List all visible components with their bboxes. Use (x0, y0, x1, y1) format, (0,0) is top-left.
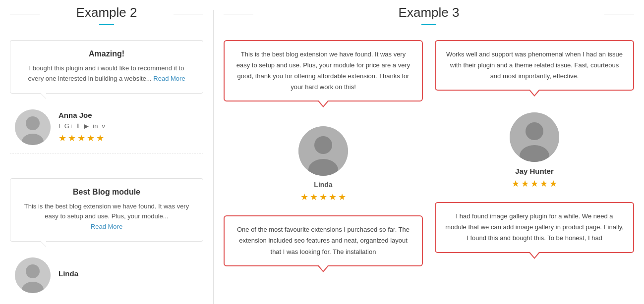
bubble-card-linda: This is the best blog extension we have … (224, 40, 423, 101)
reviewer-right-jay: Jay Hunter ★ ★ ★ ★ ★ (435, 105, 634, 194)
star-j1: ★ (512, 178, 520, 189)
bubble-text-2-right: I had found image gallery plugin for a w… (445, 212, 624, 242)
star-j2: ★ (521, 178, 529, 189)
example3-title: Example 3 (224, 5, 634, 20)
star-3: ★ (77, 133, 85, 144)
bubble-text-2-left: One of the most favourite extensions I p… (237, 226, 410, 255)
reviewer-details-linda2: Linda (59, 269, 198, 281)
review-text-best-blog: This is the best blog extension we have … (20, 202, 193, 232)
star-j4: ★ (540, 178, 548, 189)
example3-header: Example 3 (224, 5, 634, 25)
star-j3: ★ (530, 178, 538, 189)
reviewer-details-anna: Anna Joe f G+ 𝕥 ▶ in v ★ ★ ★ ★ ★ (59, 111, 198, 144)
review-text-amazing: I bought this plugin and i would like to… (20, 63, 193, 84)
bubble-card-2-left: One of the most favourite extensions I p… (224, 215, 423, 266)
star-j5: ★ (549, 178, 557, 189)
star-2: ★ (68, 133, 76, 144)
reviewer-info-linda: Linda (10, 250, 203, 301)
googleplus-icon: G+ (64, 122, 73, 130)
stars-jay: ★ ★ ★ ★ ★ (512, 178, 557, 189)
reviewer-center-linda: Linda ★ ★ ★ ★ ★ (224, 116, 423, 207)
svg-point-7 (314, 136, 332, 154)
review-card-amazing: Amazing! I bought this plugin and i woul… (10, 40, 203, 94)
star-l4: ★ (329, 192, 337, 203)
bubble-card-2-right: I had found image gallery plugin for a w… (435, 202, 634, 253)
star-l1: ★ (300, 192, 308, 203)
star-l2: ★ (310, 192, 318, 203)
star-l5: ★ (338, 192, 346, 203)
star-l3: ★ (319, 192, 327, 203)
avatar-center-linda (298, 126, 348, 176)
social-icons-anna: f G+ 𝕥 ▶ in v (59, 122, 198, 130)
avatar-right-jay (510, 112, 559, 162)
example3-grid: This is the best blog extension we have … (224, 40, 634, 266)
avatar-linda (15, 257, 51, 293)
youtube-icon: ▶ (84, 122, 89, 130)
bubble-card-jay: Works well and support was phenomenal wh… (435, 40, 634, 91)
example3-right-col: Works well and support was phenomenal wh… (435, 40, 634, 266)
stars-anna: ★ ★ ★ ★ ★ (59, 133, 198, 144)
read-more-link-amazing[interactable]: Read More (153, 75, 185, 82)
bubble-text-jay: Works well and support was phenomenal wh… (446, 51, 623, 80)
review-card-best-blog: Best Blog module This is the best blog e… (10, 178, 203, 242)
header3-line-right (604, 14, 634, 14)
header3-line-left (224, 14, 253, 14)
star-4: ★ (87, 133, 95, 144)
facebook-icon: f (59, 122, 60, 130)
header-line-left (10, 14, 40, 14)
review-title-best-blog: Best Blog module (20, 188, 193, 197)
star-5: ★ (96, 133, 104, 144)
vimeo-icon: v (102, 122, 105, 130)
reviewer-name-linda2: Linda (59, 269, 198, 278)
section-accent (99, 24, 114, 25)
star-1: ★ (59, 133, 66, 144)
svg-point-10 (526, 122, 543, 140)
review-title-amazing: Amazing! (20, 50, 193, 58)
reviewer-name-center-linda: Linda (314, 181, 332, 189)
linkedin-icon: in (93, 122, 98, 130)
example3-left-col: This is the best blog extension we have … (224, 40, 423, 266)
avatar-anna (15, 109, 51, 145)
svg-point-1 (26, 116, 40, 130)
reviewer-info-anna: Anna Joe f G+ 𝕥 ▶ in v ★ ★ ★ ★ ★ (10, 101, 203, 153)
reviewer-name-anna: Anna Joe (59, 111, 198, 119)
example2-header: Example 2 (10, 5, 203, 25)
stars-linda-center: ★ ★ ★ ★ ★ (300, 192, 346, 203)
reviewer-name-jay: Jay Hunter (515, 167, 554, 175)
header-line-right (174, 14, 203, 14)
read-more-link-best-blog[interactable]: Read More (91, 223, 122, 230)
bubble-text-linda: This is the best blog extension we have … (236, 51, 410, 91)
example2-title: Example 2 (10, 5, 203, 20)
section3-accent (421, 24, 436, 25)
twitter-icon: 𝕥 (77, 122, 80, 130)
svg-point-4 (26, 264, 40, 278)
